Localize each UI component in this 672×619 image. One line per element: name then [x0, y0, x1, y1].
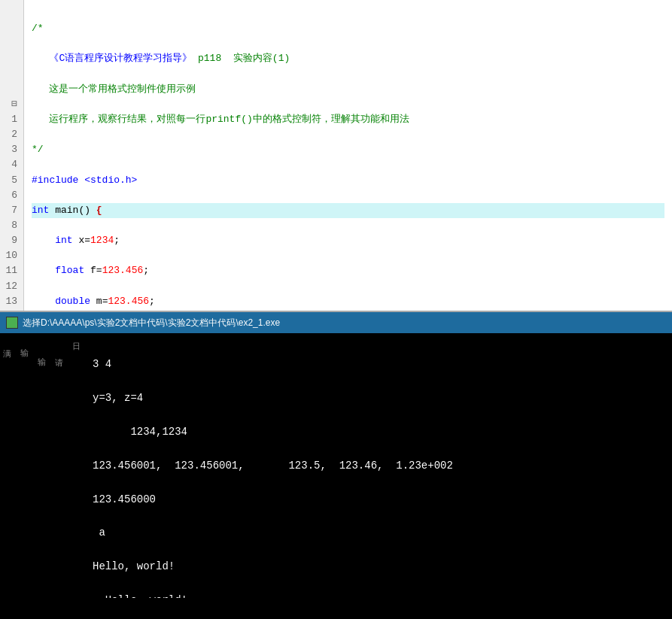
terminal-output-line: 1234,1234 [93, 423, 453, 440]
code-line: 《C语言程序设计教程学习指导》 p118 实验内容(1) [32, 51, 664, 66]
terminal-output-line: 3 4 [93, 356, 453, 372]
line-numbers: ⊟ 1 2 3 4 5 6 7 8 9 10 11 12 13 14 15 [0, 0, 24, 311]
code-line: 运行程序，观察行结果，对照每一行printf()中的格式控制符，理解其功能和用法 [32, 112, 664, 127]
terminal-output-line: Hello, world! [93, 592, 453, 598]
terminal-output-line: 123.456001, 123.456001, 123.5, 123.46, 1… [93, 457, 453, 474]
code-line: int main() { [32, 203, 664, 218]
code-content[interactable]: /* 《C语言程序设计教程学习指导》 p118 实验内容(1) 这是一个常用格式… [24, 0, 672, 311]
terminal-window: 选择D:\AAAAA\ps\实验2文档中代码\实验2文档中代码\ex2_1.ex… [0, 312, 672, 619]
code-line: /* [32, 21, 664, 36]
terminal-output-line: 123.456000 [93, 491, 453, 508]
terminal-body: 3 4 y=3, z=4 1234,1234 123.456001, 123.4… [84, 333, 462, 598]
terminal-title: 选择D:\AAAAA\ps\实验2文档中代码\实验2文档中代码\ex2_1.ex… [23, 317, 280, 329]
code-line: double m=123.456; [32, 294, 664, 309]
code-line: */ [32, 142, 664, 157]
code-line: int x=1234; [32, 233, 664, 248]
terminal-sidebar: 日 请 输 输 满 [0, 333, 84, 619]
terminal-output-line: Hello, world! [93, 558, 453, 575]
code-line: #include <stdio.h> [32, 173, 664, 188]
code-line: float f=123.456; [32, 263, 664, 278]
terminal-icon [6, 317, 18, 329]
terminal-output-line: a [93, 524, 453, 541]
terminal-output-line: y=3, z=4 [93, 390, 453, 406]
code-editor[interactable]: ⊟ 1 2 3 4 5 6 7 8 9 10 11 12 13 14 15 /*… [0, 0, 672, 312]
code-line: 这是一个常用格式控制件使用示例 [32, 82, 664, 97]
terminal-titlebar: 选择D:\AAAAA\ps\实验2文档中代码\实验2文档中代码\ex2_1.ex… [0, 312, 672, 333]
